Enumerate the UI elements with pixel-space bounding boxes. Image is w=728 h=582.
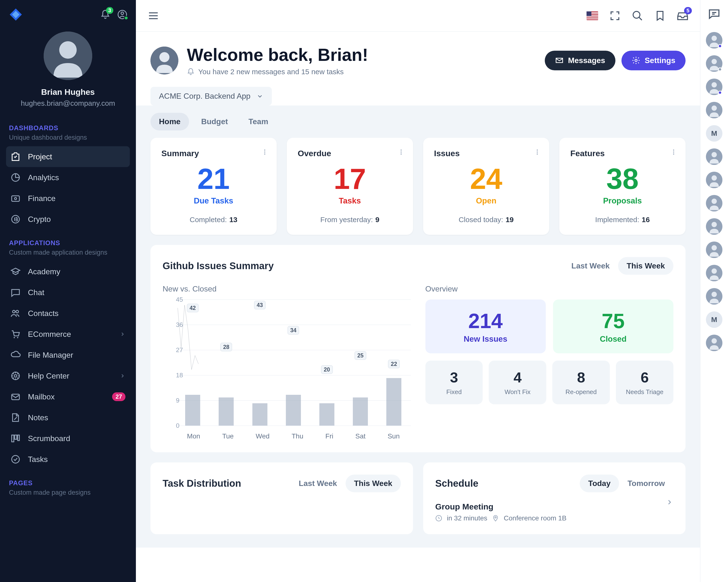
more-vertical-icon[interactable] [670,149,677,156]
profile-section: Brian Hughes hughes.brian@company.com [0,25,136,115]
more-vertical-icon[interactable] [261,149,268,156]
sidebar-item-file-manager[interactable]: File Manager [6,344,130,365]
svg-point-50 [711,199,717,204]
sidebar-item-scrumboard[interactable]: Scrumboard [6,428,130,449]
language-flag-us[interactable] [587,11,598,20]
sched-seg-tomorrow[interactable]: Tomorrow [619,475,673,492]
settings-button[interactable]: Settings [622,51,685,70]
svg-point-31 [537,154,538,155]
sidebar-item-crypto[interactable]: Crypto [6,209,130,230]
svg-point-33 [673,151,674,153]
notifications-button[interactable]: 3 [100,9,110,20]
scrumboard-icon [10,433,21,444]
svg-point-42 [711,82,717,87]
online-status-dot [124,16,128,20]
contact-avatar[interactable] [706,79,722,95]
github-issues-card: Github Issues Summary Last Week This Wee… [151,245,685,452]
more-vertical-icon[interactable] [534,149,541,156]
status-dot [718,91,722,94]
sidebar-item-academy[interactable]: Academy [6,261,130,282]
analytics-icon [10,172,21,183]
tab-budget[interactable]: Budget [193,113,236,131]
contact-avatar[interactable] [706,55,722,72]
messages-button[interactable]: Messages [545,51,616,70]
svg-rect-17 [18,435,19,441]
card-label: Open [434,196,539,205]
profile-avatar[interactable] [44,31,92,80]
svg-point-29 [537,149,538,151]
inbox-button[interactable]: 5 [677,10,688,22]
task-distribution-card: Task Distribution Last Week This Week [151,463,413,534]
mailbox-icon [10,392,21,402]
svg-point-34 [673,154,674,155]
bookmark-icon[interactable] [654,10,666,22]
tab-home[interactable]: Home [151,113,189,131]
card-number: 17 [298,164,402,193]
sidebar-item-project[interactable]: Project [6,146,130,167]
sidebar-item-analytics[interactable]: Analytics [6,167,130,188]
menu-icon[interactable] [148,10,159,22]
sched-seg-today[interactable]: Today [580,475,619,492]
project-selector[interactable]: ACME Corp. Backend App [151,87,272,106]
sidebar-item-tasks[interactable]: Tasks [6,449,130,470]
svg-point-13 [14,375,17,377]
sidebar-item-notes[interactable]: Notes [6,407,130,428]
contact-avatar[interactable] [706,242,722,258]
task-seg-last-week[interactable]: Last Week [290,475,345,492]
sidebar-item-chat[interactable]: Chat [6,282,130,303]
sidebar-item-ecommerce[interactable]: ECommerce [6,324,130,344]
svg-point-27 [400,151,401,153]
chat-icon [10,287,21,298]
welcome-avatar [151,47,178,75]
overview-re-opened: 8Re-opened [552,361,610,404]
svg-point-25 [264,154,265,155]
contact-avatar[interactable] [706,335,722,351]
task-seg-this-week[interactable]: This Week [345,475,401,492]
svg-point-56 [711,269,717,274]
seg-this-week[interactable]: This Week [618,257,673,275]
mail-icon [555,56,564,65]
svg-point-26 [400,149,401,151]
chart-point-label: 34 [288,326,299,335]
sidebar-item-mailbox[interactable]: Mailbox27 [6,386,130,407]
clock-icon [435,515,442,522]
contact-avatar[interactable]: M [706,311,722,328]
svg-point-6 [15,198,17,200]
user-status-button[interactable] [117,9,127,20]
svg-point-3 [59,41,77,59]
schedule-item[interactable]: Group Meeting in 32 minutes Conference r… [435,502,674,522]
svg-point-24 [264,151,265,153]
contact-avatar[interactable] [706,265,722,281]
svg-point-1 [121,12,124,15]
chevron-right-icon [120,373,126,379]
overview-new-issues: 214 New Issues [425,300,546,353]
sidebar-item-contacts[interactable]: Contacts [6,303,130,324]
svg-point-11 [17,337,18,338]
stat-card-summary: Summary 21 Due Tasks Completed: 13 [151,138,277,235]
fullscreen-icon[interactable] [609,10,621,22]
chart-subtitle: New vs. Closed [163,284,411,294]
card-label: Due Tasks [161,196,266,205]
more-vertical-icon[interactable] [398,149,405,156]
card-title: Overdue [298,149,402,158]
tab-team[interactable]: Team [240,113,277,131]
academy-icon [10,267,21,277]
svg-point-19 [633,11,640,18]
chat-icon[interactable] [708,7,721,20]
contact-avatar[interactable] [706,195,722,212]
contact-avatar[interactable] [706,172,722,188]
contact-avatar[interactable] [706,102,722,118]
contact-avatar[interactable] [706,218,722,235]
contact-avatar[interactable] [706,148,722,165]
sidebar-item-finance[interactable]: Finance [6,188,130,209]
search-icon[interactable] [632,10,643,22]
seg-last-week[interactable]: Last Week [563,257,618,275]
sidebar-item-help-center[interactable]: Help Center [6,365,130,386]
contact-avatar[interactable] [706,288,722,305]
card-number: 24 [434,164,539,193]
sidebar: 3 Brian Hughes hughes.brian@company.com … [0,0,136,582]
contact-avatar[interactable] [706,32,722,49]
project-icon [10,151,21,162]
contact-avatar[interactable]: M [706,125,722,142]
overview-won-t-fix: 4Won't Fix [489,361,546,404]
